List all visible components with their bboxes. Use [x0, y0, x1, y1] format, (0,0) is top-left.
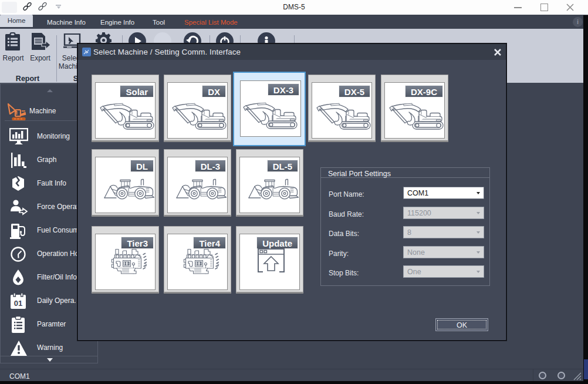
svg-text:01: 01: [14, 299, 22, 308]
